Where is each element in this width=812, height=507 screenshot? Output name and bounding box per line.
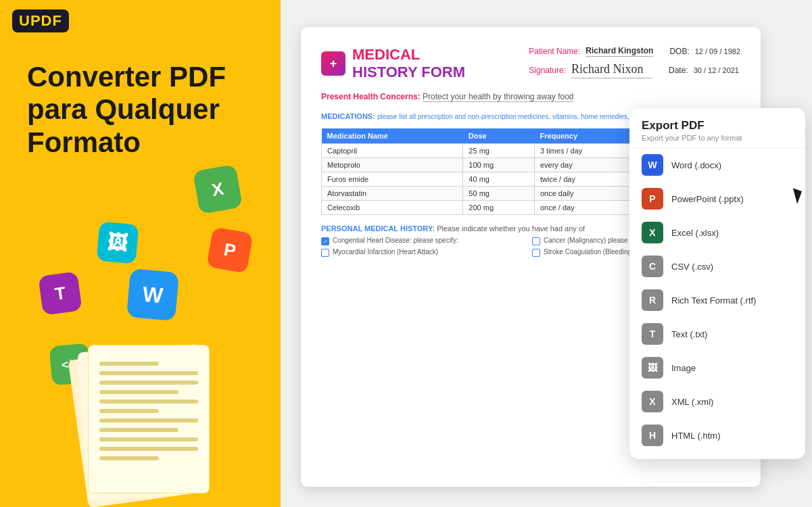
export-items-container: WWord (.docx)PPowerPoint (.pptx)XExcel (…: [629, 148, 805, 452]
t-icon: T: [38, 271, 82, 316]
right-panel: + MEDICAL HISTORY FORM Patient Name: Ric…: [281, 0, 812, 507]
paper-lines: [89, 345, 209, 477]
export-item-word[interactable]: WWord (.docx): [629, 148, 805, 182]
ph-checkbox[interactable]: [532, 249, 540, 257]
pdf-concern: Present Health Concerns: Protect your he…: [321, 92, 740, 101]
xml-icon: X: [642, 391, 663, 412]
w-icon: W: [126, 268, 179, 321]
table-cell: Furos emide: [322, 172, 463, 187]
paper-line: [99, 381, 198, 385]
hero-text: Converter PDF para Qualquer Formato: [27, 61, 226, 159]
export-item-html[interactable]: HHTML (.htm): [629, 418, 805, 452]
pdf-patient-block: Patient Name: Richard Kingston DOB: 12 /…: [529, 46, 740, 78]
export-panel-title: Export PDF: [642, 119, 793, 132]
pdf-title: MEDICAL: [352, 46, 465, 64]
export-item-label: Rich Text Format (.rtf): [671, 295, 756, 306]
ph-checkbox[interactable]: [532, 237, 540, 245]
export-item-label: Image: [671, 363, 696, 373]
dob-value: 12 / 09 / 1982: [695, 47, 740, 55]
paper-line: [99, 437, 198, 441]
export-item-label: Word (.docx): [671, 160, 721, 170]
table-cell: 100 mg: [463, 158, 535, 172]
rtf-icon: R: [642, 289, 663, 311]
table-cell: 200 mg: [463, 201, 535, 215]
p-icon: P: [206, 226, 254, 274]
export-item-excel[interactable]: XExcel (.xlsx): [629, 216, 805, 249]
export-item-label: HTML (.htm): [671, 431, 720, 441]
patient-name-value: Richard Kingston: [586, 46, 653, 57]
ph-checkbox[interactable]: ✓: [321, 237, 329, 245]
export-item-powerpoint[interactable]: PPowerPoint (.pptx): [629, 182, 805, 216]
ph-item: ✓Congential Heart Disease: please specif…: [321, 237, 529, 245]
image-icon: 🖼: [97, 222, 139, 264]
paper-front: [88, 345, 210, 493]
csv-icon: C: [642, 256, 663, 277]
table-cell: 50 mg: [463, 187, 535, 201]
paper-line: [99, 390, 178, 394]
paper-line: [99, 409, 159, 413]
pdf-logo-area: + MEDICAL HISTORY FORM: [321, 46, 465, 81]
left-panel: UPDF Converter PDF para Qualquer Formato…: [0, 0, 281, 507]
dob-label: DOB:: [669, 47, 689, 56]
powerpoint-icon: P: [642, 188, 663, 210]
table-row: Celecoxib200 mgonce / day: [322, 201, 640, 215]
export-item-xml[interactable]: XXML (.xml): [629, 385, 805, 418]
export-item-csv[interactable]: CCSV (.csv): [629, 249, 805, 283]
paper-line: [99, 371, 198, 375]
excel-icon: X: [642, 222, 663, 243]
table-cell: Captopril: [322, 144, 463, 158]
html-icon: H: [642, 425, 663, 446]
export-item-label: Text (.txt): [671, 329, 707, 339]
paper-line: [99, 418, 198, 422]
paper-line: [99, 447, 198, 451]
image-icon: 🖼: [642, 357, 663, 379]
table-cell: every day: [534, 158, 640, 172]
table-cell: once / day: [534, 201, 640, 215]
updf-logo: UPDF: [12, 9, 69, 32]
pdf-title-block: MEDICAL HISTORY FORM: [352, 46, 465, 81]
concern-label: Present Health Concerns:: [321, 92, 421, 101]
ph-checkbox[interactable]: [321, 249, 329, 257]
table-cell: Celecoxib: [322, 201, 463, 215]
export-item-txt[interactable]: TText (.txt): [629, 317, 805, 351]
col-medication: Medication Name: [322, 128, 463, 144]
table-row: Captopril25 mg3 times / day: [322, 144, 640, 158]
paper-line: [99, 400, 198, 404]
export-panel-subtitle: Export your PDF to any format: [642, 134, 793, 142]
table-cell: Metoprolo: [322, 158, 463, 172]
ph-item-label: Congential Heart Disease: please specify…: [333, 237, 458, 244]
ph-item-label: Myocardial Infarction (Heart Attack): [333, 248, 438, 256]
export-item-label: PowerPoint (.pptx): [671, 194, 744, 204]
table-row: Metoprolo100 mgevery day: [322, 158, 640, 172]
table-cell: once daily: [534, 187, 640, 201]
table-cell: 40 mg: [463, 172, 535, 187]
signature-value: Richard Nixon: [571, 62, 652, 78]
x-icon: X: [193, 164, 243, 214]
ph-item-label: Stroke Coagulation (Bleeding/Cl: [544, 248, 640, 256]
export-panel-header: Export PDF Export your PDF to any format: [629, 119, 805, 148]
patient-name-label: Patient Name:: [529, 47, 580, 56]
txt-icon: T: [642, 323, 663, 345]
table-row: Furos emide40 mgtwice / day: [322, 172, 640, 187]
export-item-label: Excel (.xlsx): [671, 228, 719, 238]
concern-text: Protect your health by throwing away foo…: [423, 92, 573, 102]
table-cell: Atorvastatin: [322, 187, 463, 201]
paper-line: [99, 362, 159, 366]
table-cell: 25 mg: [463, 144, 535, 158]
medications-table: Medication Name Dose Frequency Captopril…: [321, 128, 640, 215]
pdf-title-sub: HISTORY FORM: [352, 64, 465, 81]
paper-line: [99, 456, 159, 460]
paper-line: [99, 428, 178, 432]
table-row: Atorvastatin50 mgonce daily: [322, 187, 640, 201]
export-item-label: CSV (.csv): [671, 262, 713, 272]
export-item-label: XML (.xml): [671, 397, 713, 407]
hero-line3: Formato: [27, 126, 141, 158]
hero-line2: para Qualquer: [27, 93, 220, 125]
export-item-rtf[interactable]: RRich Text Format (.rtf): [629, 283, 805, 317]
ph-item: Myocardial Infarction (Heart Attack): [321, 248, 529, 257]
export-item-image[interactable]: 🖼Image: [629, 351, 805, 385]
date-label: Date:: [669, 66, 688, 75]
col-frequency: Frequency: [534, 128, 640, 144]
signature-label: Signature:: [529, 66, 566, 75]
col-dose: Dose: [463, 128, 535, 144]
